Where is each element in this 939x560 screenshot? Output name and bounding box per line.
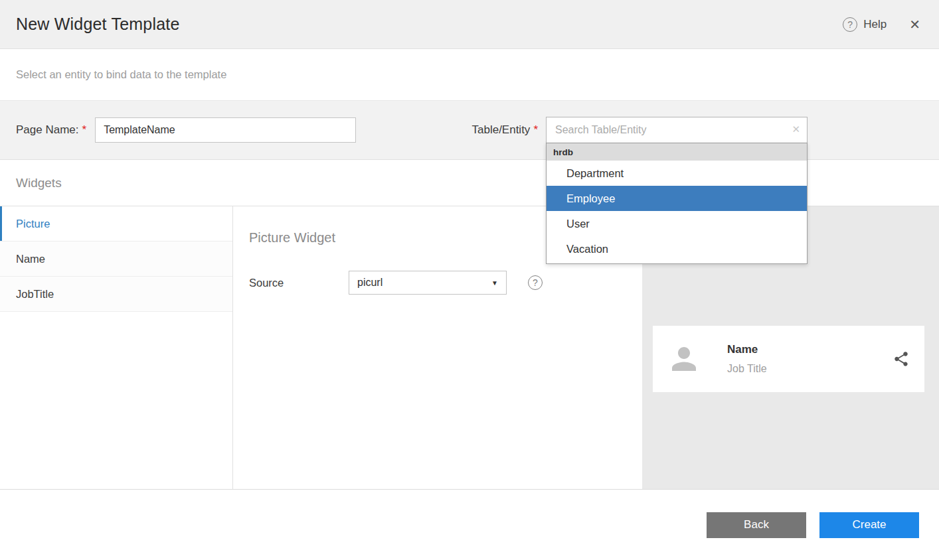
preview-job-title: Job Title — [727, 363, 893, 375]
entity-dropdown: hrdb Department Employee User Vacation — [546, 143, 808, 264]
subtitle-text: Select an entity to bind data to the tem… — [16, 68, 226, 81]
widgets-section-title: Widgets — [16, 176, 62, 190]
page-title: New Widget Template — [16, 15, 180, 34]
required-asterisk: * — [533, 123, 538, 137]
dialog-footer: Back Create — [0, 490, 939, 560]
required-asterisk: * — [82, 123, 87, 137]
dropdown-group-hrdb: hrdb — [547, 143, 807, 161]
sidebar-item-name[interactable]: Name — [0, 242, 232, 277]
help-icon: ? — [843, 17, 857, 32]
dropdown-item-vacation[interactable]: Vacation — [547, 236, 807, 261]
form-row: Page Name: * Table/Entity * ✕ hrdb Depar… — [0, 101, 939, 160]
close-icon[interactable]: ✕ — [909, 18, 920, 31]
new-widget-template-dialog: New Widget Template ? Help ✕ Select an e… — [0, 0, 939, 560]
table-entity-label: Table/Entity — [471, 123, 530, 137]
back-button[interactable]: Back — [707, 512, 806, 538]
chevron-down-icon: ▼ — [491, 279, 498, 287]
subtitle-row: Select an entity to bind data to the tem… — [0, 49, 939, 101]
preview-name: Name — [727, 343, 893, 356]
share-icon — [893, 350, 910, 368]
dropdown-item-user[interactable]: User — [547, 211, 807, 236]
help-button[interactable]: ? Help — [843, 17, 887, 32]
widgets-sidebar: Picture Name JobTitle — [0, 206, 233, 489]
source-label: Source — [249, 277, 349, 289]
header-actions: ? Help ✕ — [843, 17, 920, 32]
sidebar-item-jobtitle[interactable]: JobTitle — [0, 277, 232, 312]
help-label: Help — [863, 18, 887, 31]
source-select[interactable]: picurl ▼ — [349, 271, 507, 295]
create-button[interactable]: Create — [819, 512, 919, 538]
sidebar-item-picture[interactable]: Picture — [0, 206, 232, 242]
table-entity-search-input[interactable] — [546, 117, 808, 143]
source-help-icon[interactable]: ? — [528, 275, 543, 290]
dropdown-item-employee[interactable]: Employee — [547, 186, 807, 211]
table-entity-search: ✕ hrdb Department Employee User Vacation — [546, 117, 808, 143]
page-name-input[interactable] — [95, 117, 356, 143]
preview-card: Name Job Title — [653, 326, 924, 392]
source-field-row: Source picurl ▼ ? — [249, 271, 626, 295]
table-entity-group: Table/Entity * ✕ hrdb Department Employe… — [471, 117, 808, 143]
avatar-icon — [666, 341, 702, 377]
page-name-label: Page Name: — [16, 123, 79, 137]
dialog-header: New Widget Template ? Help ✕ — [0, 0, 939, 49]
dropdown-item-department[interactable]: Department — [547, 161, 807, 186]
source-select-value: picurl — [357, 277, 383, 289]
clear-search-icon[interactable]: ✕ — [792, 124, 800, 134]
preview-card-text: Name Job Title — [727, 343, 893, 375]
